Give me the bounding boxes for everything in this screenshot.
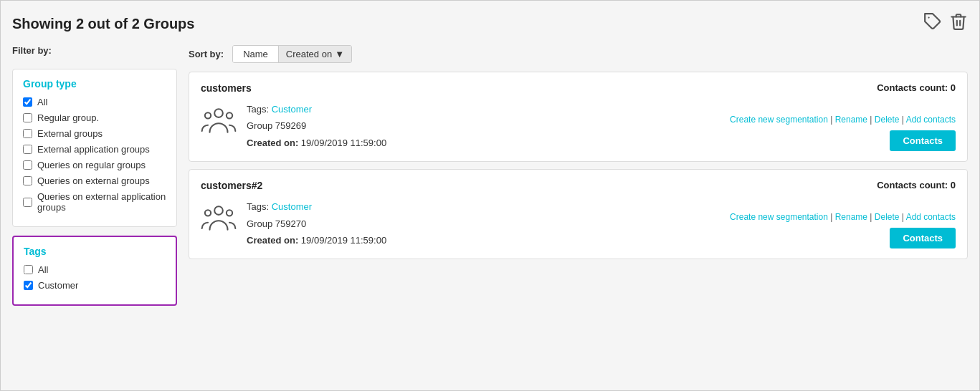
group-1-created-label: Created on: [247, 137, 298, 148]
group-card-2: customers#2 Contacts count: 0 [189, 169, 968, 259]
group-2-created-value: 19/09/2019 11:59:00 [301, 235, 386, 246]
svg-point-2 [205, 112, 211, 118]
group-1-details: Tags: Customer Group 759269 Created on: … [247, 101, 386, 151]
group-1-tags-value[interactable]: Customer [272, 104, 312, 115]
group-1-contacts-button[interactable]: Contacts [890, 130, 956, 151]
group-2-info: Tags: Customer Group 759270 Created on: … [201, 198, 386, 248]
group-card-1: customers Contacts count: 0 [189, 72, 968, 162]
group-card-1-header: customers Contacts count: 0 [201, 82, 956, 94]
group-2-action-links: Create new segmentation | Rename | Delet… [730, 212, 956, 222]
group-1-rename-link[interactable]: Rename [835, 115, 867, 125]
svg-point-5 [205, 210, 211, 216]
group-2-name: customers#2 [201, 180, 262, 191]
group-1-actions: Create new segmentation | Rename | Delet… [730, 115, 956, 151]
group-type-checkbox-all[interactable] [23, 97, 32, 107]
tags-label-customer: Customer [38, 280, 78, 291]
group-card-2-body: Tags: Customer Group 759270 Created on: … [201, 198, 956, 248]
group-2-created-label: Created on: [247, 235, 298, 246]
group-type-checkbox-queries-ext-app[interactable] [23, 198, 32, 207]
group-2-details: Tags: Customer Group 759270 Created on: … [247, 198, 386, 248]
group-1-people-icon [201, 102, 237, 143]
page-container: Showing 2 out of 2 Groups [0, 0, 980, 391]
group-2-create-seg-link[interactable]: Create new segmentation [730, 212, 828, 222]
group-type-option-regular[interactable]: Regular group. [23, 112, 166, 123]
tag-icon[interactable] [923, 12, 942, 35]
group-1-created-value: 19/09/2019 11:59:00 [301, 137, 386, 148]
group-type-label-queries-regular: Queries on regular groups [37, 160, 146, 170]
group-type-option-queries-external[interactable]: Queries on external groups [23, 175, 166, 186]
group-1-create-seg-link[interactable]: Create new segmentation [730, 115, 828, 125]
group-type-label-all: All [37, 97, 47, 107]
group-type-checkbox-queries-regular[interactable] [23, 160, 32, 170]
group-type-option-all[interactable]: All [23, 97, 166, 107]
group-2-add-contacts-link[interactable]: Add contacts [906, 212, 956, 222]
svg-point-4 [214, 206, 223, 215]
group-2-contacts-button[interactable]: Contacts [890, 228, 956, 248]
group-type-option-ext-app[interactable]: External application groups [23, 144, 166, 155]
group-2-people-icon [201, 200, 237, 240]
sort-label: Sort by: [189, 49, 224, 59]
group-2-tags-value[interactable]: Customer [272, 201, 312, 212]
group-1-add-contacts-link[interactable]: Add contacts [906, 115, 956, 125]
group-1-id: Group 759269 [247, 117, 386, 134]
group-1-info: Tags: Customer Group 759269 Created on: … [201, 101, 386, 151]
group-1-delete-link[interactable]: Delete [875, 115, 900, 125]
svg-point-1 [214, 109, 223, 117]
group-1-name: customers [201, 82, 252, 94]
group-2-contacts-count: Contacts count: 0 [877, 180, 956, 190]
group-2-actions: Create new segmentation | Rename | Delet… [730, 212, 956, 248]
group-2-created-row: Created on: 19/09/2019 11:59:00 [247, 232, 386, 248]
group-2-rename-link[interactable]: Rename [835, 212, 867, 222]
group-2-delete-link[interactable]: Delete [875, 212, 900, 222]
group-type-checkbox-ext-app[interactable] [23, 145, 32, 154]
group-1-action-links: Create new segmentation | Rename | Delet… [730, 115, 956, 125]
sort-arrow-icon: ▼ [335, 49, 344, 59]
left-panel: Filter by: Group type All Regular group.… [12, 45, 177, 306]
group-type-label-queries-external: Queries on external groups [37, 175, 150, 186]
header-icons [923, 12, 968, 35]
group-type-label-queries-ext-app: Queries on external application groups [37, 191, 166, 213]
sort-created-on-button[interactable]: Created on ▼ [278, 46, 351, 62]
right-panel: Sort by: Name Created on ▼ customers Con… [189, 45, 968, 306]
group-card-2-header: customers#2 Contacts count: 0 [201, 180, 956, 191]
group-card-1-body: Tags: Customer Group 759269 Created on: … [201, 101, 956, 151]
group-type-option-queries-ext-app[interactable]: Queries on external application groups [23, 191, 166, 213]
group-2-tags-row: Tags: Customer [247, 198, 386, 215]
main-layout: Filter by: Group type All Regular group.… [12, 45, 968, 306]
group-type-checkbox-queries-external[interactable] [23, 176, 32, 185]
svg-point-3 [227, 112, 232, 118]
svg-point-6 [227, 210, 232, 216]
filter-label: Filter by: [12, 45, 177, 56]
group-1-tags-row: Tags: Customer [247, 101, 386, 117]
tags-option-customer[interactable]: Customer [24, 280, 166, 291]
tags-filter-box: Tags All Customer [12, 236, 177, 306]
sort-name-button[interactable]: Name [233, 46, 278, 62]
tags-label-all: All [38, 264, 48, 275]
page-title: Showing 2 out of 2 Groups [12, 16, 194, 32]
group-1-created-row: Created on: 19/09/2019 11:59:00 [247, 135, 386, 151]
sort-bar: Sort by: Name Created on ▼ [189, 45, 968, 63]
group-type-checkbox-regular[interactable] [23, 113, 32, 122]
group-type-option-external[interactable]: External groups [23, 128, 166, 139]
group-type-option-queries-regular[interactable]: Queries on regular groups [23, 160, 166, 170]
trash-icon[interactable] [949, 12, 968, 35]
group-1-contacts-count: Contacts count: 0 [877, 82, 956, 93]
group-1-tags-label: Tags: [247, 104, 269, 115]
group-type-title: Group type [23, 78, 166, 90]
tags-option-all[interactable]: All [24, 264, 166, 275]
group-2-tags-label: Tags: [247, 201, 269, 212]
header-row: Showing 2 out of 2 Groups [12, 12, 968, 35]
tags-checkbox-all[interactable] [24, 265, 33, 274]
group-type-checkbox-external[interactable] [23, 129, 32, 138]
group-type-label-ext-app: External application groups [37, 144, 150, 155]
sort-buttons: Name Created on ▼ [232, 45, 352, 63]
group-type-label-regular: Regular group. [37, 112, 99, 123]
group-type-filter-box: Group type All Regular group. External g… [12, 69, 177, 227]
group-type-label-external: External groups [37, 128, 103, 139]
group-2-id: Group 759270 [247, 216, 386, 232]
tags-checkbox-customer[interactable] [24, 281, 33, 290]
tags-title: Tags [24, 246, 166, 257]
